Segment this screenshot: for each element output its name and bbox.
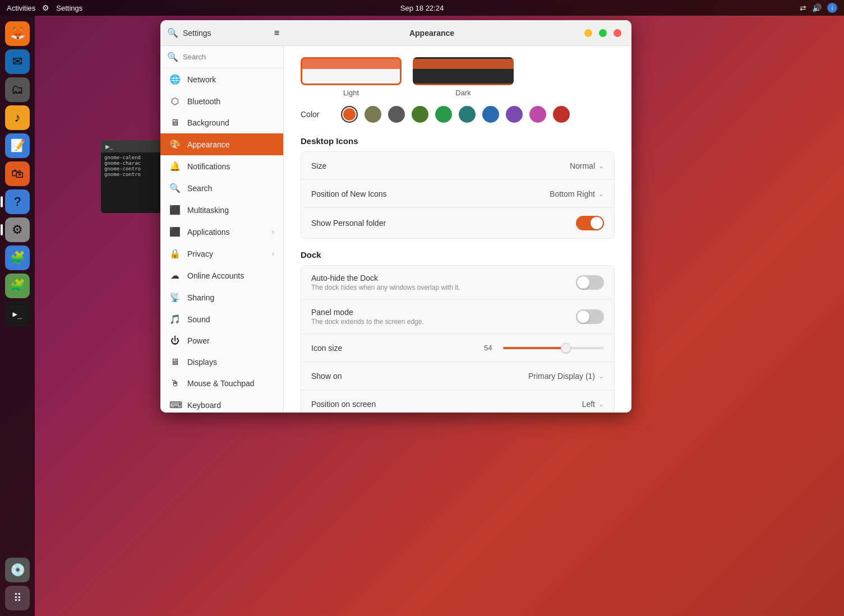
network-topbar-icon: ⇄	[800, 3, 806, 12]
sidebar-search-input[interactable]	[183, 53, 276, 61]
sidebar-item-sharing[interactable]: 📡 Sharing	[160, 286, 283, 308]
color-swatch-pink[interactable]	[529, 106, 546, 123]
disc-icon[interactable]: 💿	[5, 558, 30, 582]
dark-theme-option[interactable]: Dark	[413, 57, 514, 97]
sidebar-item-keyboard-label: Keyboard	[187, 401, 221, 410]
settings-dock-icon[interactable]: ⚙	[5, 217, 30, 242]
dock: 🦊 ✉ 🗂 ♪ 📝 🛍 ? ⚙ 🧩 🧩 ▶_ 💿 ⠿	[0, 16, 35, 616]
color-swatch-red[interactable]	[553, 106, 570, 123]
color-swatch-teal[interactable]	[459, 106, 476, 123]
apps-grid-icon[interactable]: ⠿	[5, 586, 30, 610]
color-swatch-purple[interactable]	[506, 106, 523, 123]
privacy-icon: 🔒	[169, 248, 181, 259]
activities-button[interactable]: Activities	[7, 4, 35, 12]
light-theme-option[interactable]: Light	[301, 57, 402, 97]
appearance-icon: 🎨	[169, 139, 181, 150]
files-icon[interactable]: 🗂	[5, 77, 30, 102]
sidebar-search-bar[interactable]: 🔍	[160, 46, 283, 68]
dark-theme-label: Dark	[455, 89, 471, 97]
size-row-value[interactable]: Normal ⌄	[570, 161, 604, 170]
sidebar-item-sound[interactable]: 🎵 Sound	[160, 308, 283, 330]
sidebar-item-sound-label: Sound	[187, 315, 210, 324]
size-value-text: Normal	[570, 161, 595, 170]
firefox-icon[interactable]: 🦊	[5, 21, 30, 46]
sidebar-item-network[interactable]: 🌐 Network	[160, 68, 283, 90]
displays-icon: 🖥	[169, 357, 181, 367]
help-icon[interactable]: ?	[5, 189, 30, 214]
panel-mode-row: Panel mode The dock extends to the scree…	[301, 300, 614, 334]
autohide-toggle[interactable]	[576, 275, 604, 290]
position-screen-value[interactable]: Left ⌄	[582, 400, 604, 409]
thunderbird-icon[interactable]: ✉	[5, 49, 30, 74]
personal-folder-knob	[591, 217, 603, 229]
plugins-icon[interactable]: 🧩	[5, 274, 30, 298]
personal-folder-row: Show Personal folder	[301, 208, 614, 238]
terminal-dock-icon[interactable]: ▶_	[5, 302, 30, 326]
appstore-icon[interactable]: 🛍	[5, 161, 30, 186]
sidebar-item-notifications[interactable]: 🔔 Notifications	[160, 155, 283, 177]
panel-mode-toggle[interactable]	[576, 309, 604, 324]
icon-size-slider-track[interactable]	[503, 347, 604, 349]
sidebar-item-appearance[interactable]: 🎨 Appearance	[160, 133, 283, 155]
dark-theme-preview[interactable]	[413, 57, 514, 85]
position-row-value[interactable]: Bottom Right ⌄	[550, 189, 604, 198]
color-swatch-blue[interactable]	[482, 106, 499, 123]
sidebar-item-displays[interactable]: 🖥 Displays	[160, 351, 283, 373]
privacy-arrow-icon: ›	[272, 250, 274, 258]
light-theme-preview[interactable]	[301, 57, 402, 85]
color-swatch-olive[interactable]	[365, 106, 381, 123]
autohide-knob	[577, 276, 589, 289]
writer-icon[interactable]: 📝	[5, 133, 30, 158]
maximize-button[interactable]	[599, 29, 607, 37]
sidebar-item-mouse[interactable]: 🖱 Mouse & Touchpad	[160, 373, 283, 394]
power-icon: ⏻	[169, 336, 181, 346]
theme-selector: Light Dark	[301, 57, 615, 97]
sidebar-item-bluetooth[interactable]: ⬡ Bluetooth	[160, 90, 283, 112]
sidebar-item-search-label: Search	[187, 184, 212, 193]
position-value-text: Bottom Right	[550, 189, 595, 198]
size-chevron-icon: ⌄	[598, 162, 604, 170]
extensions-icon[interactable]: 🧩	[5, 246, 30, 270]
sidebar-item-bluetooth-label: Bluetooth	[187, 97, 220, 106]
sidebar-item-multitasking[interactable]: ⬛ Multitasking	[160, 199, 283, 221]
show-on-label: Show on	[311, 372, 528, 381]
show-on-row: Show on Primary Display (1) ⌄	[301, 362, 614, 390]
personal-folder-label: Show Personal folder	[311, 219, 576, 228]
sidebar-item-power[interactable]: ⏻ Power	[160, 330, 283, 351]
volume-topbar-icon: 🔊	[812, 3, 822, 12]
datetime: Sep 18 22:24	[400, 4, 444, 12]
settings-sidebar-title: Settings	[183, 29, 211, 38]
sidebar-item-background[interactable]: 🖥 Background	[160, 112, 283, 133]
show-on-value[interactable]: Primary Display (1) ⌄	[528, 372, 604, 381]
notifications-icon: 🔔	[169, 161, 181, 172]
minimize-button[interactable]	[584, 29, 592, 37]
sidebar-item-notifications-label: Notifications	[187, 162, 230, 171]
topbar: Activities ⚙ Settings Sep 18 22:24 ⇄ 🔊 i	[0, 0, 844, 16]
applications-arrow-icon: ›	[272, 228, 274, 236]
sidebar-item-keyboard[interactable]: ⌨ Keyboard	[160, 394, 283, 413]
sidebar-item-online-accounts-label: Online Accounts	[187, 271, 244, 280]
icon-size-slider-container: 54	[458, 344, 604, 352]
show-on-chevron-icon: ⌄	[598, 372, 604, 380]
hamburger-icon[interactable]: ≡	[274, 28, 279, 38]
appearance-main: Light Dark Color	[284, 46, 631, 413]
color-swatch-darkgreen[interactable]	[412, 106, 428, 123]
icon-size-slider-thumb[interactable]	[561, 343, 571, 353]
sidebar-item-online-accounts[interactable]: ☁ Online Accounts	[160, 265, 283, 286]
sidebar-item-appearance-label: Appearance	[187, 140, 230, 149]
icon-size-slider-fill	[503, 347, 566, 349]
panel-mode-knob	[577, 311, 589, 323]
color-swatch-darkgray[interactable]	[388, 106, 405, 123]
color-swatch-green[interactable]	[435, 106, 452, 123]
sidebar-item-applications[interactable]: ⬛ Applications ›	[160, 221, 283, 243]
panel-mode-label: Panel mode	[311, 308, 576, 317]
position-screen-chevron-icon: ⌄	[598, 400, 604, 408]
close-button[interactable]	[614, 29, 621, 37]
personal-folder-toggle[interactable]	[576, 216, 604, 230]
rhythmbox-icon[interactable]: ♪	[5, 105, 30, 130]
sidebar-item-privacy[interactable]: 🔒 Privacy ›	[160, 243, 283, 265]
mouse-icon: 🖱	[169, 378, 181, 388]
bluetooth-icon: ⬡	[169, 96, 181, 106]
sidebar-item-search[interactable]: 🔍 Search	[160, 177, 283, 199]
color-swatch-orange[interactable]	[341, 106, 358, 123]
